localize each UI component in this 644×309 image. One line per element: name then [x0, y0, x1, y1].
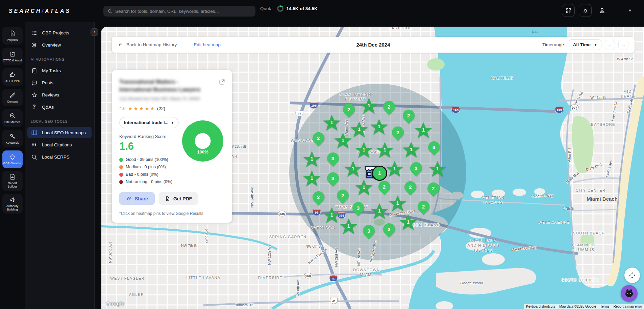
heatmap-pin-drop[interactable]: 2 [313, 191, 325, 203]
heatmap-pin-drop[interactable]: 2 [404, 181, 417, 193]
heatmap-pin-star[interactable]: 1 [388, 195, 407, 213]
heatmap-pin-drop[interactable]: 2 [427, 182, 440, 195]
timerange-next-button[interactable]: → [618, 40, 628, 50]
heatmap-pin-drop[interactable]: 2 [383, 101, 395, 113]
q-as-icon: ? [31, 104, 38, 110]
edit-heatmap-link[interactable]: Edit heatmap [194, 42, 221, 47]
sidebar-item-q-as[interactable]: ?Q&As [27, 101, 92, 113]
chat-widget-avatar[interactable] [621, 285, 638, 302]
rail-item-site-metrics[interactable]: Site Metrics [2, 109, 23, 127]
local-serps-icon [31, 154, 38, 160]
rail-item-projects[interactable]: Projects [2, 27, 23, 45]
app-logo[interactable]: SEARCH/ATLAS [9, 8, 93, 14]
rail-item-keywords[interactable]: Keywords [2, 130, 23, 147]
heatmap-pin-drop[interactable]: 2 [403, 110, 415, 122]
sidebar-item-gbp-projects[interactable]: GBP Projects [27, 27, 92, 38]
sidebar-item-local-citations[interactable]: Local Citations [27, 139, 92, 150]
heatmap-pin-star[interactable]: 1 [322, 114, 341, 132]
sidebar-item-reviews[interactable]: Reviews [27, 89, 92, 101]
heatmap-pin-drop[interactable]: 3 [352, 202, 365, 214]
apps-grid-button[interactable] [562, 4, 575, 17]
share-button[interactable]: Share [119, 192, 155, 205]
map-panel[interactable]: EAST SIDEMORNINGSIDEBayMIAMI DESIGN DIST… [101, 27, 644, 309]
heatmap-pin-drop[interactable]: 2 [410, 162, 422, 174]
legend-text: Bad - 0 pins (0%) [126, 172, 158, 177]
notifications-button[interactable] [579, 4, 592, 17]
heatmap-pin-drop[interactable]: 2 [313, 132, 325, 144]
heatmap-pin-drop[interactable]: 3 [327, 152, 339, 165]
score-donut-chart: 100% [182, 120, 223, 162]
sidebar-item-local-seo-heatmaps[interactable]: Local SEO Heatmaps [27, 127, 92, 138]
heatmap-pin-star[interactable]: 1 [399, 214, 418, 232]
legend-text: Good - 39 pins (100%) [126, 157, 168, 162]
external-link-icon[interactable] [219, 79, 225, 87]
heatmap-pin-drop[interactable]: 3 [327, 172, 339, 185]
sidebar-item-local-serps[interactable]: Local SERPS [27, 151, 92, 163]
rail-item-gbp-galactic[interactable]: GBP Galactic [2, 150, 23, 168]
business-info-card: Transnational Matters - International Bu… [112, 70, 232, 223]
heatmap-pin-star[interactable]: 1 [385, 160, 404, 178]
account-caret-icon[interactable]: ▼ [628, 8, 632, 12]
sidebar-item-overview[interactable]: Overview [27, 39, 92, 51]
timerange-prev-button[interactable]: ← [605, 40, 615, 50]
heatmap-pin-star[interactable]: 1 [428, 160, 447, 178]
sidebar-item-posts[interactable]: Posts [27, 77, 92, 88]
get-pdf-button[interactable]: Get PDF [159, 192, 198, 205]
heatmap-pin-drop[interactable]: 3 [428, 141, 440, 153]
cat-icon [623, 288, 635, 299]
heatmap-pin-star[interactable]: 1 [414, 121, 433, 140]
heatmap-pin-star[interactable]: 1 [360, 97, 378, 115]
heatmap-pin-star[interactable]: 1 [354, 179, 373, 197]
back-to-history-link[interactable]: Back to Heatmap History [118, 42, 177, 48]
heatmap-pin-drop[interactable]: 3 [363, 225, 375, 237]
heatmap-pin-drop[interactable]: 2 [378, 181, 391, 193]
keyword-select[interactable]: International trade l... ▼ [119, 117, 179, 128]
rail-item-otto-ppc[interactable]: OTTO PPC [2, 68, 23, 86]
fullscreen-button[interactable] [624, 268, 640, 283]
heatmap-pin-drop[interactable]: 2 [383, 223, 395, 235]
heatmap-pin-star[interactable]: 1 [302, 170, 321, 188]
rail-item-authority-building[interactable]: Authority Building [2, 194, 23, 214]
legend-pin-icon [119, 179, 124, 185]
heatmap-pin-star[interactable]: 1 [375, 141, 394, 160]
keywords-icon [9, 133, 16, 140]
heatmap-pin-star[interactable]: 1 [322, 206, 341, 225]
back-arrow-icon [118, 42, 123, 48]
rail-item-report-builder[interactable]: Report Builder [2, 171, 23, 191]
global-search-input[interactable]: Search for tools, domain, URL, keywords,… [103, 6, 255, 17]
sidebar-item-label: Reviews [42, 92, 59, 97]
attribution-link[interactable]: Report a map error [612, 304, 644, 309]
report-builder-icon [9, 173, 16, 180]
heatmap-pin-star[interactable]: 1 [339, 218, 358, 236]
sidebar-item-label: GBP Projects [42, 30, 69, 35]
heatmap-date: 24th Dec 2024 [356, 42, 390, 48]
sidebar-item-label: Local Citations [42, 142, 72, 147]
heatmap-pin-star[interactable]: 1 [350, 121, 369, 139]
sidebar-item-my-tasks[interactable]: My Tasks [27, 65, 92, 76]
heatmap-pin-star[interactable]: 1 [302, 150, 321, 169]
heatmap-pin-star[interactable]: 1 [402, 141, 421, 159]
sidebar-collapse-button[interactable]: ‹ [91, 28, 98, 36]
heatmap-pin-star[interactable]: 1 [370, 202, 389, 221]
business-rank-pin[interactable]: 1 [372, 166, 387, 181]
attribution-link[interactable]: Map data ©2025 Google [557, 304, 598, 309]
expand-arrows-icon [628, 272, 636, 279]
heatmap-pin-star[interactable]: 1 [344, 160, 363, 178]
heatmap-pin-star[interactable]: 1 [333, 132, 352, 150]
rail-item-content[interactable]: Content [2, 89, 23, 106]
timerange-select[interactable]: All Time ▼ [569, 39, 601, 50]
reviews-icon [31, 92, 38, 98]
sidebar-item-label: Q&As [42, 105, 54, 110]
account-button[interactable] [596, 4, 609, 17]
attribution-link[interactable]: Keyboard shortcuts [524, 304, 557, 309]
heatmap-pin-drop[interactable]: 2 [343, 104, 355, 116]
heatmap-pin-drop[interactable]: 2 [337, 190, 349, 202]
heatmap-pin-star[interactable]: 1 [354, 141, 373, 160]
rating-value: 4.6 [119, 106, 126, 111]
attribution-link[interactable]: Terms [598, 304, 611, 309]
legend-row-bad: Bad - 0 pins (0%) [119, 172, 225, 177]
heatmap-pin-star[interactable]: 1 [370, 118, 389, 136]
rail-item-otto-audit[interactable]: OTTO & Audit [2, 48, 23, 65]
heatmap-pin-drop[interactable]: 2 [392, 127, 404, 139]
heatmap-pin-drop[interactable]: 2 [418, 201, 430, 213]
